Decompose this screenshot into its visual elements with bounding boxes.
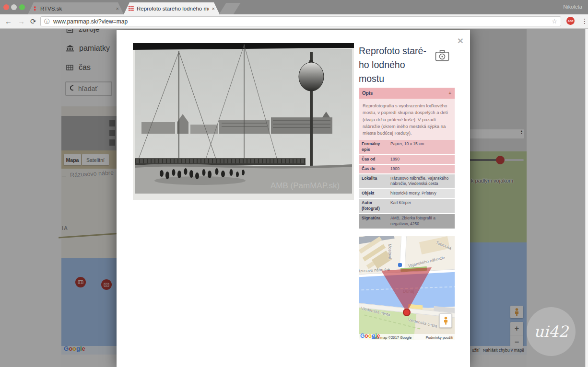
bookmark-star-icon[interactable]: ☆ <box>552 18 557 25</box>
url-bar[interactable]: ⓘ www.pammap.sk/?view=map ☆ <box>40 16 561 26</box>
forward-icon[interactable]: → <box>18 17 25 26</box>
table-row-lokalita: Lokalita Rázusovo nábrežie, Vajanského n… <box>359 174 455 189</box>
page-content: Mapa Satelitní Rázusovo nábre – IA Googl… <box>0 29 588 367</box>
accordion-toggle-icon[interactable]: + <box>448 91 451 96</box>
minimap-terms-link[interactable]: Podmínky použití <box>425 335 453 340</box>
chrome-menu-icon[interactable]: ⋮ <box>581 17 588 25</box>
pegman-icon <box>443 317 448 325</box>
camera-icon <box>435 50 449 61</box>
historic-photograph[interactable]: AMB (PamMAP.sk) <box>133 43 354 200</box>
pammap-favicon-icon <box>129 6 134 11</box>
profile-name[interactable]: Nikoleta <box>563 4 582 10</box>
table-row-signatura: Signatúra AMB, Zbierka fotografií a nega… <box>359 214 455 229</box>
page-info-icon[interactable]: ⓘ <box>44 18 50 26</box>
tab-rtvs[interactable]: RTVS.sk × <box>28 2 124 14</box>
browser-tab-bar: RTVS.sk × Reprofoto starého lodného mo ×… <box>0 0 588 14</box>
opis-description: Reprofotografia s vyobrazením loďkového … <box>359 99 455 140</box>
ui42-watermark: ui42 <box>527 307 576 356</box>
window-zoom-button[interactable] <box>19 4 25 10</box>
minimap-pegman-button[interactable] <box>439 313 452 328</box>
modal-close-icon[interactable]: × <box>458 35 463 46</box>
opis-header-label: Opis <box>362 91 448 96</box>
browser-toolbar: ← → ⟳ ⓘ www.pammap.sk/?view=map ☆ ABP ⋮ <box>0 14 588 29</box>
photo-location-marker[interactable] <box>403 309 411 316</box>
adblock-extension-icon[interactable]: ABP <box>566 17 575 25</box>
photo-detail-modal: × <box>117 30 470 367</box>
window-minimize-button[interactable] <box>11 4 17 10</box>
back-icon[interactable]: ← <box>5 17 12 26</box>
window-close-button[interactable] <box>3 4 9 10</box>
page-title: Reprofoto staré- ho lodného mostu <box>359 44 445 86</box>
page-scrollbar[interactable] <box>585 29 588 367</box>
url-text: www.pammap.sk/?view=map <box>53 18 128 25</box>
table-row-autor: Autor (fotograf) Karl Körper <box>359 199 455 213</box>
table-row-objekt: Objekt historické mosty, Prístavy <box>359 189 455 198</box>
table-row-cas-od: Čas od 1890 <box>359 155 455 164</box>
screen: RTVS.sk × Reprofoto starého lodného mo ×… <box>0 0 588 367</box>
tab-close-icon[interactable]: × <box>212 6 215 11</box>
tab-close-icon[interactable]: × <box>116 6 119 11</box>
tab-title: RTVS.sk <box>40 6 113 11</box>
tab-title: Reprofoto starého lodného mo <box>137 6 209 11</box>
metadata-table: Formálny opis Papier, 10 x 15 cm Čas od … <box>359 140 455 229</box>
reload-icon[interactable]: ⟳ <box>30 17 36 26</box>
table-row-formalny-opis: Formálny opis Papier, 10 x 15 cm <box>359 140 455 154</box>
tab-pammap-active[interactable]: Reprofoto starého lodného mo × <box>124 2 220 14</box>
rtvs-favicon-icon <box>33 6 37 11</box>
google-logo[interactable]: Google <box>360 331 380 340</box>
location-minimap[interactable]: Mostová Tobrucká Vajanského nábrežie Ráz… <box>359 236 455 340</box>
new-tab-button[interactable] <box>219 3 241 14</box>
photo-watermark: AMB (PamMAP.sk) <box>270 181 340 190</box>
opis-accordion-header[interactable]: Opis + <box>359 88 455 99</box>
photo-image: AMB (PamMAP.sk) <box>133 43 354 200</box>
table-row-cas-do: Čas do 1900 <box>359 165 455 173</box>
